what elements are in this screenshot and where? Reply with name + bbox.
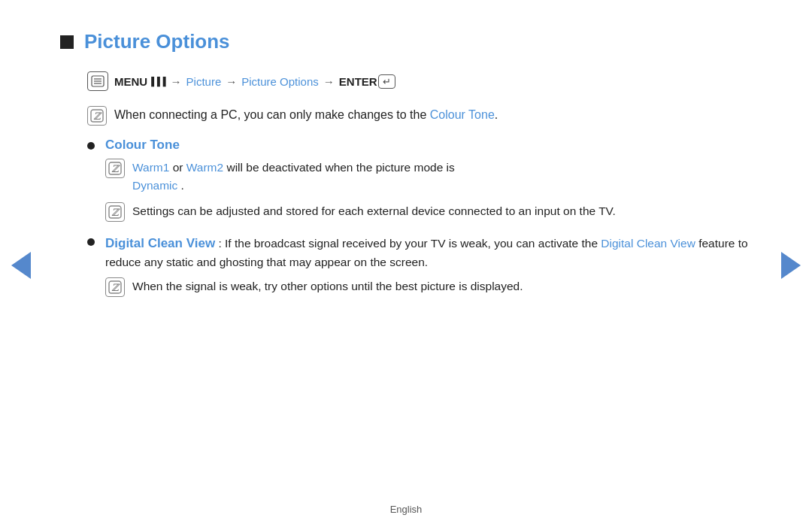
right-arrow-shape <box>781 252 801 279</box>
colour-tone-link-inline[interactable]: Colour Tone <box>430 108 495 121</box>
left-arrow-shape <box>11 252 31 279</box>
warm1-link[interactable]: Warm1 <box>132 161 169 174</box>
signal-note-row: ℤ When the signal is weak, try other opt… <box>105 277 752 297</box>
note-icon-pc: ℤ <box>87 106 107 126</box>
note-icon-warm: ℤ <box>105 159 125 178</box>
colour-tone-sub-notes: ℤ Warm1 or Warm2 will be deactivated whe… <box>105 159 752 222</box>
warm-note-text: Warm1 or Warm2 will be deactivated when … <box>132 159 455 195</box>
svg-text:ℤ: ℤ <box>93 111 102 122</box>
pc-note-text: When connecting a PC, you can only make … <box>114 106 498 124</box>
menu-picture-link[interactable]: Picture <box>186 75 222 88</box>
svg-text:ℤ: ℤ <box>111 163 120 174</box>
settings-note-row: ℤ Settings can be adjusted and stored fo… <box>105 202 752 222</box>
colour-tone-bullet-row: Colour Tone <box>87 138 752 153</box>
colour-tone-section: Colour Tone ℤ Warm1 or Warm2 will be dea… <box>60 138 752 222</box>
nav-arrow-left[interactable] <box>11 251 32 280</box>
warm-or: or <box>173 161 186 174</box>
dynamic-link[interactable]: Dynamic <box>132 179 177 192</box>
enter-label: ENTER <box>339 75 377 88</box>
note-icon-signal: ℤ <box>105 277 125 297</box>
dcv-inline-link[interactable]: Digital Clean View <box>601 237 695 250</box>
warm-period: . <box>181 179 184 192</box>
note-icon-settings: ℤ <box>105 202 125 222</box>
svg-text:ℤ: ℤ <box>111 207 120 218</box>
dcv-text: Digital Clean View : If the broadcast si… <box>105 234 752 271</box>
page-title: Picture Options <box>84 30 230 53</box>
settings-note-text: Settings can be adjusted and stored for … <box>132 202 616 220</box>
warm-suffix: will be deactivated when the picture mod… <box>226 161 454 174</box>
menu-path-row: MENU ▐▐▐ → Picture → Picture Options → E… <box>87 71 752 91</box>
colour-tone-label[interactable]: Colour Tone <box>105 138 180 153</box>
dcv-label[interactable]: Digital Clean View <box>105 236 215 250</box>
dcv-bullet-row: Digital Clean View : If the broadcast si… <box>87 234 752 271</box>
dcv-section: Digital Clean View : If the broadcast si… <box>60 234 752 297</box>
bullet-dot-colour-tone <box>87 142 95 150</box>
footer-language: English <box>390 504 423 515</box>
menu-suffix: ▐▐▐ <box>148 77 165 86</box>
footer: English <box>0 504 812 515</box>
title-square-icon <box>60 35 74 49</box>
title-row: Picture Options <box>60 30 752 53</box>
menu-label: MENU <box>114 75 147 88</box>
warm-note-row: ℤ Warm1 or Warm2 will be deactivated whe… <box>105 159 752 195</box>
page-container: Picture Options MENU ▐▐▐ → Picture → Pic… <box>0 0 812 530</box>
warm2-link[interactable]: Warm2 <box>186 161 223 174</box>
dcv-sub-notes: ℤ When the signal is weak, try other opt… <box>105 277 752 297</box>
menu-arrow-3: → <box>323 75 335 88</box>
enter-icon: ↵ <box>378 74 395 89</box>
pc-note-prefix: When connecting a PC, you can only make … <box>114 108 430 121</box>
menu-arrow-2: → <box>226 75 237 88</box>
dcv-prefix: : If the broadcast signal received by yo… <box>218 237 601 250</box>
svg-text:ℤ: ℤ <box>111 282 120 293</box>
pc-note-row: ℤ When connecting a PC, you can only mak… <box>87 106 752 126</box>
menu-options-link[interactable]: Picture Options <box>241 75 319 88</box>
bullet-dot-dcv <box>87 238 95 246</box>
menu-arrow-1: → <box>171 75 182 88</box>
nav-arrow-right[interactable] <box>780 251 801 280</box>
menu-icon <box>87 71 108 91</box>
signal-note-text: When the signal is weak, try other optio… <box>132 277 523 295</box>
pc-note-suffix: . <box>495 108 498 121</box>
